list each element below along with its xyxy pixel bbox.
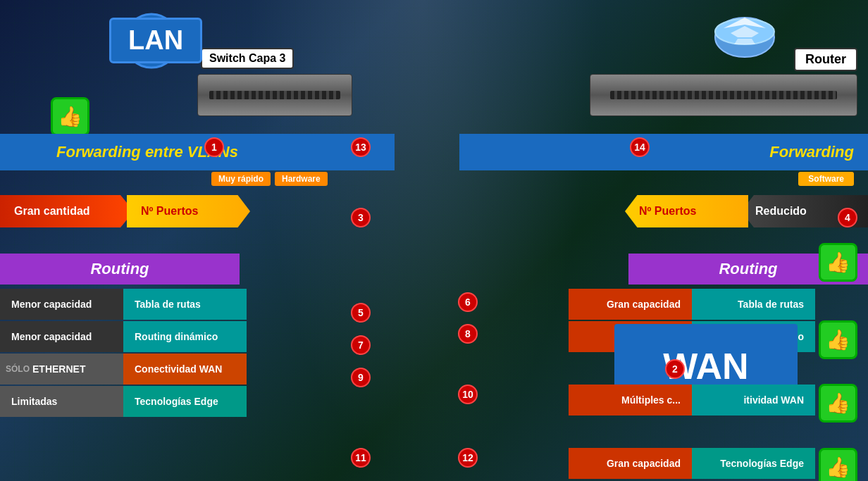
router-label: Router	[794, 48, 857, 71]
switch-hardware-left	[197, 74, 352, 116]
thumbs-up-row-4: 👍	[819, 448, 857, 481]
data-rows-left: Menor capacidad Tabla de rutas Menor cap…	[0, 289, 247, 418]
router-icon	[713, 11, 776, 63]
n-puertos-right: Nº Puertos	[625, 195, 748, 227]
cell-tabla-rutas-1: Tabla de rutas	[123, 289, 247, 320]
lan-badge: LAN	[109, 18, 202, 63]
badge-8: 8	[458, 324, 478, 344]
cell-gran-cap-tec: Gran capacidad	[569, 448, 692, 479]
badge-9: 9	[351, 368, 371, 387]
badge-14: 14	[630, 137, 650, 157]
thumbs-up-row-3: 👍	[819, 384, 857, 423]
svg-marker-10	[734, 39, 755, 44]
badge-4: 4	[838, 208, 857, 227]
table-row: Menor capacidad Tabla de rutas	[0, 289, 247, 320]
badge-1: 1	[204, 137, 224, 157]
hardware-tag: Hardware	[275, 172, 328, 186]
badge-2: 2	[665, 359, 685, 379]
thumbs-up-routing-right: 👍	[819, 243, 857, 282]
table-row: SÓLO ETHERNET Conectividad WAN	[0, 354, 247, 385]
thumbs-up-row-2: 👍	[819, 320, 857, 359]
table-row: Limitadas Tecnologías Edge	[0, 386, 247, 417]
switch-label: Switch Capa 3	[201, 48, 294, 69]
gran-cantidad: Gran cantidad	[0, 195, 134, 227]
routing-text-right: Routing	[719, 260, 777, 278]
badge-5: 5	[351, 303, 371, 323]
cell-limitadas: Limitadas	[0, 386, 123, 417]
row-gran-tec: Tecnologías Edge Gran capacidad	[569, 448, 815, 479]
router-hardware-right	[590, 74, 857, 116]
row-multiples: itividad WAN Múltiples c...	[569, 385, 815, 416]
thumbs-up-left: 👍	[51, 97, 89, 136]
badge-10: 10	[458, 385, 478, 404]
routing-text-left: Routing	[90, 260, 149, 278]
routing-bar-left: Routing	[0, 254, 240, 285]
n-puertos-left: Nº Puertos	[127, 195, 250, 227]
sub-tags: Muy rápido Hardware	[211, 172, 328, 186]
badge-11: 11	[351, 448, 371, 468]
cell-menor-cap-2: Menor capacidad	[0, 321, 123, 352]
person-area	[247, 0, 599, 481]
cell-menor-cap-1: Menor capacidad	[0, 289, 123, 320]
forwarding-vlan-bar: Forwarding entre VLANs	[0, 134, 395, 170]
muy-rapido-tag: Muy rápido	[211, 172, 271, 186]
cell-multiples: Múltiples c...	[569, 385, 692, 416]
badge-13: 13	[351, 137, 371, 157]
forwarding-right-bar: Forwarding	[459, 134, 868, 170]
cell-conectividad-wan-1: Conectividad WAN	[123, 354, 247, 385]
table-row: Menor capacidad Routing dinámico	[0, 321, 247, 352]
badge-7: 7	[351, 335, 371, 355]
cell-gran-cap-1: Gran capacidad	[569, 289, 692, 320]
cell-conectividad-wan-2: itividad WAN	[692, 385, 815, 416]
cell-tabla-rutas-2: Tabla de rutas	[692, 289, 815, 320]
cell-routing-dinamico-1: Routing dinámico	[123, 321, 247, 352]
software-tag: Software	[798, 172, 854, 186]
row-puertos-left: Gran cantidad Nº Puertos	[0, 195, 250, 227]
row-puertos-right: Reducido Nº Puertos	[625, 195, 868, 227]
cell-solo-ethernet: SÓLO ETHERNET	[0, 354, 123, 385]
badge-6: 6	[458, 292, 478, 312]
table-row: Tabla de rutas Gran capacidad	[569, 289, 815, 320]
forwarding-right-text: Forwarding	[769, 143, 854, 161]
badge-3: 3	[351, 208, 371, 227]
badge-12: 12	[458, 448, 478, 468]
cell-tecnologias-edge-1: Tecnologías Edge	[123, 386, 247, 417]
cell-tecnologias-edge-2: Tecnologías Edge	[692, 448, 815, 479]
